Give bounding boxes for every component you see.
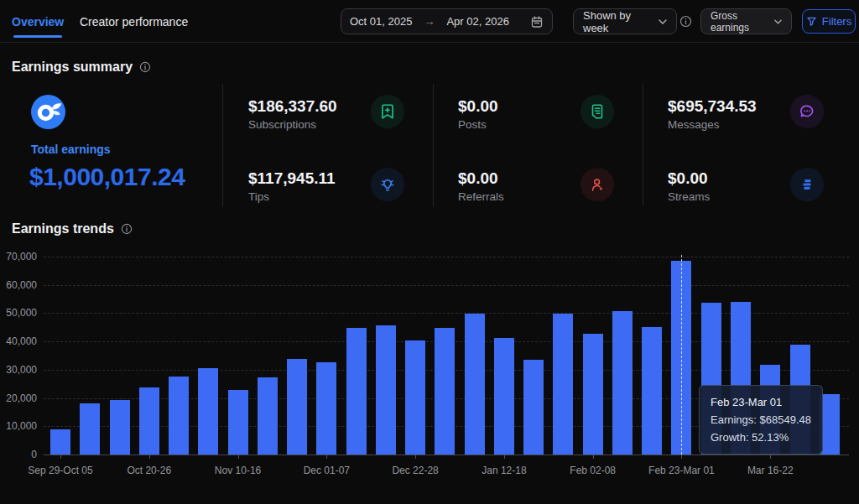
info-icon[interactable] [139,61,151,73]
x-axis-tick [60,455,61,459]
earnings-trends-title-text: Earnings trends [12,221,114,236]
posts-value: $0.00 [458,97,498,116]
tips-label: Tips [248,190,269,203]
gross-earnings-value: Gross earnings [711,10,768,34]
earnings-summary-title: Earnings summary [12,60,151,75]
y-axis-label: 70,000 [0,251,37,262]
chevron-down-icon [659,19,667,24]
tips-value: $117,945.11 [248,169,336,188]
funnel-icon [806,16,817,27]
total-earnings-value: $1,000,017.24 [29,163,185,191]
divider [222,84,223,206]
bar-week-16[interactable] [494,338,514,455]
x-axis-label: Dec 22-28 [365,465,466,476]
bookmark-plus-icon [371,95,404,128]
y-axis-label: 30,000 [0,364,37,376]
earnings-trends-bar-chart: Feb 23-Mar 01 Earnings: $68549.48 Growth… [0,252,859,503]
arrow-right-icon: → [424,15,435,28]
info-icon[interactable] [679,15,692,28]
info-icon[interactable] [121,223,133,235]
messages-label: Messages [668,118,720,131]
bar-week-7[interactable] [228,390,248,455]
highlight-dashed-line [681,255,682,455]
streams-label: Streams [668,190,710,203]
x-axis-label: Jan 12-18 [454,465,554,476]
divider [433,84,434,206]
bar-week-5[interactable] [169,377,189,455]
bar-week-3[interactable] [110,400,130,455]
gridline [44,313,849,314]
posts-label: Posts [458,118,487,131]
streams-value: $0.00 [668,169,708,188]
bar-week-17[interactable] [523,360,544,455]
bar-week-18[interactable] [553,314,573,455]
y-axis-label: 0 [0,449,37,460]
shown-by-week-value: Shown by week [583,9,652,34]
x-axis-tick [770,455,771,459]
x-axis-tick [681,455,682,459]
tab-creator-performance[interactable]: Creator performance [80,0,188,43]
chevron-down-icon [774,19,782,24]
chat-bubble-icon [790,95,824,128]
earnings-trends-title: Earnings trends [12,221,133,236]
x-axis-label: Oct 20-26 [99,465,200,476]
messages-value: $695,734.53 [668,97,757,116]
bar-week-11[interactable] [346,328,367,455]
y-axis-label: 50,000 [0,307,37,319]
bar-week-21[interactable] [642,327,662,455]
tooltip-date-range: Feb 23-Mar 01 [711,393,811,411]
bar-week-8[interactable] [258,377,278,455]
bar-week-19[interactable] [583,334,603,455]
stream-bars-icon [790,168,824,201]
chart-tooltip: Feb 23-Mar 01 Earnings: $68549.48 Growth… [699,385,823,455]
bar-week-10[interactable] [316,362,336,455]
x-axis-label: Sep 29-Oct 05 [10,465,111,476]
gridline [44,257,849,257]
x-axis-label: Feb 02-08 [543,465,643,476]
x-axis-tick [593,455,594,459]
date-range-end[interactable]: Apr 02, 2026 [446,15,508,28]
y-axis-label: 40,000 [0,335,37,347]
tooltip-growth: Growth: 52.13% [711,429,811,446]
bar-week-6[interactable] [198,368,218,455]
calendar-icon[interactable] [530,15,544,29]
lightbulb-icon [371,168,404,201]
subscriptions-value: $186,337.60 [248,97,337,116]
bar-week-12[interactable] [376,325,396,455]
filters-button[interactable]: Filters [802,9,856,34]
gridline [44,455,849,455]
x-axis-label: Feb 23-Mar 01 [631,465,731,476]
creator-statistics-dashboard: Overview Creator performance Oct 01, 202… [0,0,859,504]
bar-week-20[interactable] [612,311,633,455]
x-axis-label: Mar 16-22 [720,465,820,476]
tooltip-earnings: Earnings: $68549.48 [711,411,811,429]
date-range-start[interactable]: Oct 01, 2025 [350,15,412,28]
x-axis-tick [326,455,327,459]
top-navigation-bar: Overview Creator performance Oct 01, 202… [0,0,859,43]
tab-overview[interactable]: Overview [12,0,64,43]
divider [643,84,643,206]
bar-week-9[interactable] [287,359,307,455]
earnings-summary-title-text: Earnings summary [12,60,133,75]
bar-week-13[interactable] [405,340,425,455]
document-icon [580,95,614,128]
bar-week-14[interactable] [435,328,455,455]
shown-by-week-select[interactable]: Shown by week [573,8,677,34]
total-earnings-label: Total earnings [31,143,111,156]
x-axis-tick [415,455,416,459]
onlyfans-logo-icon [31,95,65,129]
bar-week-4[interactable] [139,387,159,455]
bar-week-15[interactable] [465,314,485,455]
gross-earnings-select[interactable]: Gross earnings [700,8,792,34]
y-axis-label: 10,000 [0,420,37,432]
subscriptions-label: Subscriptions [248,118,316,131]
bar-week-1[interactable] [50,429,70,455]
date-range-picker[interactable]: Oct 01, 2025 → Apr 02, 2026 [341,8,553,34]
referrals-label: Referrals [458,190,504,203]
tab-creator-performance-label: Creator performance [80,15,188,29]
y-axis-label: 20,000 [0,392,37,404]
bar-week-2[interactable] [80,403,100,455]
x-axis-label: Dec 01-07 [276,465,377,476]
x-axis-tick [504,455,505,459]
tab-overview-label: Overview [12,15,64,29]
